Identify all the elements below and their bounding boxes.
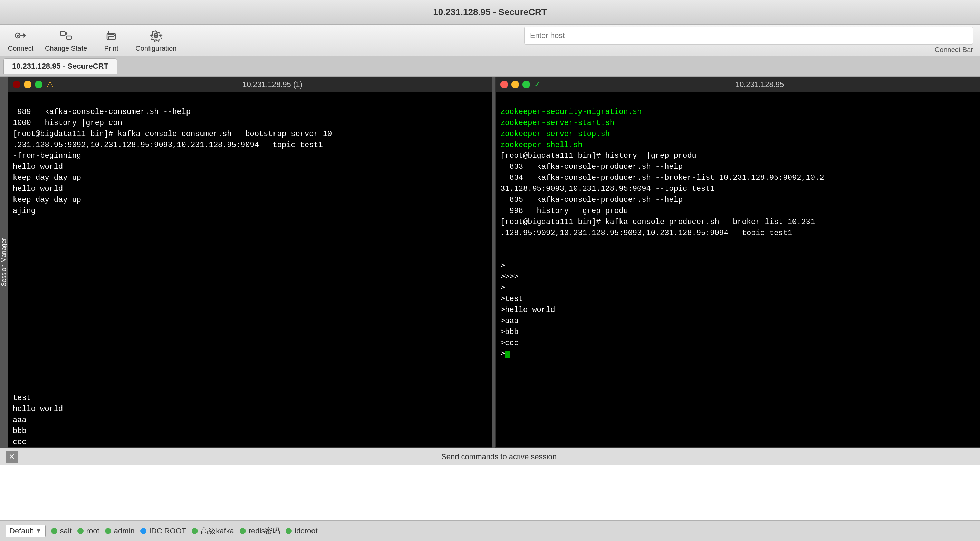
left-terminal-content[interactable]: 989 kafka-console-consumer.sh --help 100… — [8, 92, 492, 447]
enter-host-input[interactable] — [524, 27, 973, 44]
configuration-label: Configuration — [135, 44, 177, 52]
right-ok-icon: ✓ — [534, 80, 541, 89]
profile-selector-arrow: ▼ — [35, 527, 42, 535]
session-tab-label: 10.231.128.95 - SecureCRT — [12, 62, 108, 71]
configuration-icon — [148, 28, 164, 43]
session-tag-salt[interactable]: salt — [51, 527, 72, 535]
print-icon — [103, 28, 119, 43]
left-tl-yellow[interactable] — [24, 81, 32, 88]
bottom-tab-bar: Default ▼ salt root admin IDC ROOT 高级kaf… — [0, 520, 980, 541]
left-warning-icon: ⚠ — [47, 80, 54, 89]
change-state-button[interactable]: Change State — [45, 28, 87, 52]
close-command-button[interactable]: ✕ — [6, 451, 18, 463]
toolbar: Connect Change State Print — [0, 25, 980, 56]
connect-bar-area: Connect Bar — [524, 27, 973, 54]
svg-rect-4 — [67, 36, 72, 39]
right-terminal-panel: ✓ 10.231.128.95 zookeeper-security-migra… — [495, 76, 980, 448]
right-terminal-content[interactable]: zookeeper-security-migration.sh zookeepe… — [496, 92, 980, 447]
left-terminal-title: 10.231.128.95 (1) — [58, 80, 487, 89]
connect-label: Connect — [8, 44, 34, 52]
command-area-header: ✕ Send commands to active session — [0, 448, 980, 465]
right-tl-yellow[interactable] — [511, 81, 519, 88]
session-tag-kafka-label: 高级kafka — [200, 526, 234, 536]
right-tl-red[interactable] — [500, 81, 508, 88]
svg-rect-3 — [60, 32, 65, 35]
left-terminal-panel: ⚠ 10.231.128.95 (1) 989 kafka-console-co… — [8, 76, 492, 448]
session-dot-admin — [105, 528, 111, 534]
right-terminal-titlebar: ✓ 10.231.128.95 — [496, 77, 980, 92]
session-dot-salt — [51, 528, 57, 534]
change-state-icon — [58, 28, 74, 43]
right-traffic-lights — [500, 81, 530, 88]
session-tag-idcroot[interactable]: idcroot — [286, 527, 317, 535]
session-tag-redis-label: redis密码 — [249, 526, 280, 536]
session-tag-idcroot-label: idcroot — [294, 527, 317, 535]
command-area: ✕ Send commands to active session — [0, 448, 980, 520]
session-tab-bar: 10.231.128.95 - SecureCRT — [0, 56, 980, 76]
terminal-divider[interactable] — [492, 76, 495, 448]
configuration-button[interactable]: Configuration — [135, 28, 177, 52]
right-tl-green[interactable] — [522, 81, 530, 88]
command-input-field[interactable] — [0, 465, 980, 520]
session-dot-idc-root — [140, 528, 146, 534]
session-tag-admin[interactable]: admin — [105, 527, 135, 535]
left-terminal-titlebar: ⚠ 10.231.128.95 (1) — [8, 77, 492, 92]
main-content: Session Manager ⚠ 10.231.128.95 (1) 989 … — [0, 76, 980, 448]
close-command-icon: ✕ — [9, 452, 15, 461]
session-tag-redis[interactable]: redis密码 — [240, 526, 280, 536]
session-tag-idc-root-label: IDC ROOT — [149, 527, 186, 535]
window-title: 10.231.128.95 - SecureCRT — [433, 7, 547, 17]
print-label: Print — [104, 44, 118, 52]
connect-button[interactable]: Connect — [7, 28, 35, 52]
session-dot-root — [77, 528, 84, 534]
session-tag-root[interactable]: root — [77, 527, 99, 535]
connect-bar-label: Connect Bar — [935, 46, 973, 54]
session-manager-label: Session Manager — [0, 238, 8, 286]
left-traffic-lights — [13, 81, 43, 88]
profile-selector[interactable]: Default ▼ — [6, 525, 46, 537]
send-commands-label: Send commands to active session — [24, 452, 974, 461]
svg-point-12 — [155, 35, 157, 36]
session-tag-root-label: root — [86, 527, 99, 535]
session-dot-kafka — [192, 528, 198, 534]
terminals-area: ⚠ 10.231.128.95 (1) 989 kafka-console-co… — [8, 76, 980, 448]
profile-selector-label: Default — [10, 527, 33, 535]
title-bar: 10.231.128.95 - SecureCRT — [0, 0, 980, 25]
change-state-label: Change State — [45, 44, 87, 52]
left-tl-red[interactable] — [13, 81, 21, 88]
session-tab[interactable]: 10.231.128.95 - SecureCRT — [3, 58, 117, 74]
print-button[interactable]: Print — [97, 28, 125, 52]
session-manager-sidebar[interactable]: Session Manager — [0, 76, 8, 448]
session-tag-admin-label: admin — [114, 527, 135, 535]
svg-point-9 — [114, 35, 115, 36]
svg-point-1 — [17, 35, 19, 36]
session-tag-idc-root[interactable]: IDC ROOT — [140, 527, 186, 535]
session-tag-kafka[interactable]: 高级kafka — [192, 526, 234, 536]
session-tag-salt-label: salt — [60, 527, 72, 535]
connect-icon — [13, 28, 29, 43]
session-dot-redis — [240, 528, 246, 534]
right-terminal-title: 10.231.128.95 — [544, 80, 975, 89]
left-tl-green[interactable] — [35, 81, 43, 88]
session-dot-idcroot — [286, 528, 292, 534]
